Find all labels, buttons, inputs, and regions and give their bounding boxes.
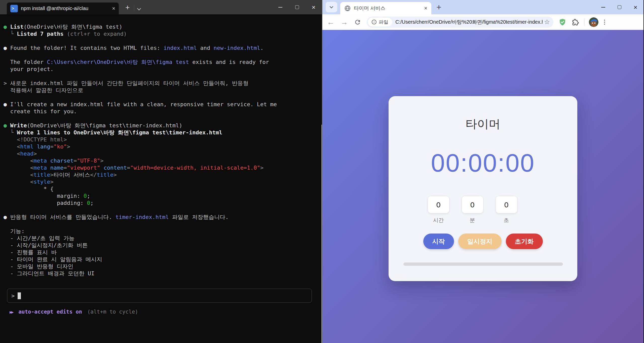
- info-icon: i: [372, 20, 376, 24]
- minutes-input[interactable]: 0: [462, 196, 483, 213]
- avatar-image: [589, 17, 598, 27]
- browser-menu-icon[interactable]: [604, 20, 605, 25]
- browser-close-button[interactable]: ×: [627, 0, 643, 14]
- seconds-input[interactable]: 0: [496, 196, 517, 213]
- browser-minimize-button[interactable]: [595, 0, 611, 14]
- browser-tab[interactable]: 타이머 서비스 ×: [340, 2, 431, 14]
- bookmark-star-icon[interactable]: ☆: [544, 18, 550, 26]
- hours-group: 0 시간: [428, 196, 449, 224]
- profile-avatar[interactable]: [589, 17, 598, 27]
- terminal-scrollbar[interactable]: [321, 125, 322, 343]
- timer-page-background: 타이머 00:00:00 0 시간 0 분 0 초: [322, 30, 643, 343]
- start-button[interactable]: 시작: [423, 234, 454, 249]
- divider: [584, 19, 584, 26]
- terminal-tab-dropdown-icon[interactable]: [137, 7, 141, 11]
- file-scheme-chip[interactable]: i 파일: [368, 18, 392, 26]
- browser-tabstrip: 타이머 서비스 × + ×: [322, 0, 643, 14]
- seconds-label: 초: [496, 217, 517, 224]
- terminal-minimize-button[interactable]: [272, 0, 289, 14]
- terminal-window-controls: ×: [272, 0, 322, 14]
- address-bar[interactable]: i 파일 C:/Users/cherr/OneDrive/바탕%20화면/fig…: [367, 17, 553, 28]
- tab-search-button[interactable]: [326, 2, 337, 12]
- hours-label: 시간: [428, 217, 449, 224]
- terminal-new-tab-button[interactable]: +: [125, 4, 130, 11]
- terminal-tab[interactable]: >_ npm install @anthropic-ai/clau ×: [7, 3, 119, 14]
- powershell-icon: >_: [10, 5, 18, 12]
- terminal-tab-close-icon[interactable]: ×: [112, 5, 115, 12]
- pause-button[interactable]: 일시정지: [458, 234, 502, 249]
- timer-display: 00:00:00: [389, 148, 577, 177]
- terminal-tab-title: npm install @anthropic-ai/clau: [21, 6, 107, 11]
- progress-bar: [403, 262, 563, 266]
- terminal-titlebar: >_ npm install @anthropic-ai/clau × + ×: [0, 0, 322, 14]
- auto-accept-arrows-icon: ▶▶: [10, 310, 13, 315]
- terminal-input[interactable]: >: [7, 289, 312, 303]
- timer-inputs-row: 0 시간 0 분 0 초: [378, 196, 567, 224]
- terminal-output: ● List(OneDrive\바탕 화면\figma test) └ List…: [4, 23, 322, 277]
- terminal-status-line: ▶▶ auto-accept edits on (alt+m to cycle): [10, 309, 322, 315]
- tab-close-icon[interactable]: ×: [424, 5, 427, 12]
- browser-window-controls: ×: [595, 0, 643, 14]
- url-text[interactable]: C:/Users/cherr/OneDrive/바탕%20화면/figma%20…: [395, 19, 543, 25]
- terminal-cursor: [18, 292, 21, 299]
- hours-input[interactable]: 0: [428, 196, 449, 213]
- terminal-prompt: >: [11, 293, 15, 299]
- minutes-group: 0 분: [462, 196, 483, 224]
- reload-button[interactable]: [354, 19, 361, 26]
- minutes-label: 분: [462, 217, 483, 224]
- auto-accept-hint: (alt+m to cycle): [87, 309, 138, 315]
- browser-toolbar: ← → i 파일 C:/Users/cherr/OneDrive/바탕%20화면…: [322, 14, 643, 30]
- globe-icon: [344, 5, 351, 12]
- browser-maximize-button[interactable]: [611, 0, 627, 14]
- browser-tab-title: 타이머 서비스: [354, 5, 421, 12]
- terminal-window: >_ npm install @anthropic-ai/clau × + × …: [0, 0, 322, 343]
- timer-card: 타이머 00:00:00 0 시간 0 분 0 초: [389, 96, 577, 281]
- extensions-icon[interactable]: [572, 18, 579, 26]
- timer-title: 타이머: [389, 116, 577, 132]
- browser-window: 타이머 서비스 × + × ← → i 파일 C:/Users/cherr/On: [322, 0, 643, 343]
- new-tab-button[interactable]: +: [436, 3, 441, 11]
- terminal-body: ● List(OneDrive\바탕 화면\figma test) └ List…: [0, 14, 322, 315]
- desktop: >_ npm install @anthropic-ai/clau × + × …: [0, 0, 644, 343]
- adblock-shield-icon[interactable]: [558, 18, 566, 26]
- chevron-down-icon: [330, 5, 333, 8]
- terminal-maximize-button[interactable]: [289, 0, 305, 14]
- seconds-group: 0 초: [496, 196, 517, 224]
- divider: [134, 5, 134, 11]
- auto-accept-label: auto-accept edits on: [18, 309, 82, 315]
- file-chip-label: 파일: [379, 19, 388, 25]
- reset-button[interactable]: 초기화: [506, 234, 543, 249]
- back-button[interactable]: ←: [327, 18, 334, 26]
- terminal-close-button[interactable]: ×: [305, 0, 322, 14]
- forward-button[interactable]: →: [340, 18, 348, 26]
- timer-buttons-row: 시작 일시정지 초기화: [389, 234, 577, 249]
